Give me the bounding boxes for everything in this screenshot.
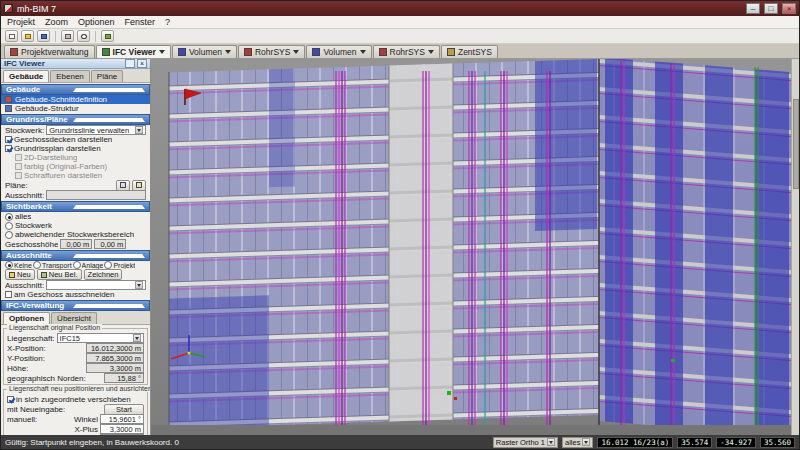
plaene-list-button[interactable] [116,180,130,191]
ausschnitt-select[interactable] [46,280,146,290]
menu-projekt[interactable]: Projekt [7,17,35,27]
tree-item-struktur[interactable]: Gebäude-Struktur [1,104,150,113]
menu-fenster[interactable]: Fenster [125,17,156,27]
tab-projektverwaltung[interactable]: Projektverwaltung [4,45,95,58]
raster-value: Raster Ortho 1 [496,438,545,447]
options-icon[interactable] [101,30,114,42]
open-folder-icon[interactable] [21,30,34,42]
chevron-down-icon[interactable] [159,50,165,54]
scrollbar-thumb[interactable] [793,99,799,189]
tab-rohrsys-1[interactable]: RohrSYS [238,45,305,58]
winkel-field[interactable]: 15,9601 ° [100,414,144,424]
section-header-gebaeude[interactable]: Gebäude [1,84,150,95]
section-header-sichtbarkeit[interactable]: Sichtbarkeit [1,201,150,212]
close-button[interactable]: × [782,3,796,14]
y-position-field[interactable]: 7.865,3000 m [86,353,144,363]
geo-norden-field[interactable]: 15,88 ° [104,373,144,383]
start-button[interactable]: Start [104,404,144,415]
chevron-down-icon[interactable] [547,438,555,446]
ausschnitt-field[interactable] [46,190,146,200]
geschosshoehe-von-field[interactable]: 0,00 m [60,239,92,249]
y-plus-label: Y-Plus [75,435,98,436]
geschossdecken-checkbox[interactable] [5,136,12,143]
tab-rohrsys-2[interactable]: RohrSYS [373,45,440,58]
farbig-checkbox[interactable] [15,163,22,170]
ifc-tab-uebersicht[interactable]: Übersicht [51,312,97,324]
tab-ifc-viewer[interactable]: IFC Viewer [96,45,171,58]
new-project-icon[interactable] [5,30,18,42]
new-free-icon [41,272,47,278]
print-icon[interactable] [61,30,74,42]
vertical-scrollbar[interactable] [791,59,799,435]
ifc-tab-optionen[interactable]: Optionen [3,312,50,324]
panel-dock-icon[interactable] [125,59,135,68]
chevron-down-icon[interactable] [133,334,141,342]
panel-close-icon[interactable]: × [137,59,147,68]
3d-viewport[interactable] [151,59,799,435]
tab-volumen-2[interactable]: Volumen [306,45,371,58]
panel-tab-ebenen[interactable]: Ebenen [50,70,90,82]
2d-darstellung-checkbox[interactable] [15,154,22,161]
window-title: mh-BIM 7 [17,4,742,14]
stockwerk-radio[interactable] [5,222,13,230]
chevron-down-icon[interactable] [428,50,434,54]
chevron-down-icon[interactable] [293,50,299,54]
ausschnitt-label: Ausschnitt: [5,191,44,200]
chevron-down-icon[interactable] [360,50,366,54]
raster-select[interactable]: Raster Ortho 1 [493,437,558,448]
filter-select[interactable]: alles [562,437,593,448]
zugeordnete-checkbox[interactable] [7,396,14,403]
abweichend-radio[interactable] [5,231,13,239]
minimize-button[interactable]: – [746,3,760,14]
panel-tab-plaene[interactable]: Pläne [91,70,123,82]
tree-item-schnittdefinition[interactable]: Gebäude-Schnittdefinition [1,95,150,104]
y-plus-field[interactable]: 3,3000 m [100,434,144,435]
x-plus-field[interactable]: 3,3000 m [100,424,144,434]
plaene-edit-button[interactable] [132,180,146,191]
panel-titlebar[interactable]: IFC Viewer × [1,59,150,69]
equipment-red [454,397,457,400]
chevron-down-icon[interactable] [225,50,231,54]
schraffuren-checkbox[interactable] [15,172,22,179]
save-icon[interactable] [37,30,50,42]
manuell-label: manuell: [7,415,37,424]
menu-zoom[interactable]: Zoom [45,17,68,27]
transport-radio[interactable] [33,261,41,269]
alles-radio[interactable] [5,213,13,221]
maximize-button[interactable]: □ [764,3,778,14]
neu-beliebig-button[interactable]: Neu Bel. [37,269,82,280]
zeichnen-button[interactable]: Zeichnen [84,269,123,280]
neu-button[interactable]: Neu [5,269,35,280]
x-coordinate: 35.574 [677,437,712,448]
keine-radio[interactable] [5,261,13,269]
zoom-icon[interactable] [77,30,90,42]
projekt-radio[interactable] [104,261,112,269]
geschoss-ausschneiden-checkbox[interactable] [5,291,12,298]
x-position-field[interactable]: 16.012,3000 m [86,343,144,353]
anlage-radio[interactable] [73,261,81,269]
menu-help[interactable]: ? [165,17,170,27]
app-window: mh-BIM 7 – □ × Projekt Zoom Optionen Fen… [0,0,800,450]
tab-label: Projektverwaltung [21,47,89,57]
neueingabe-label: mit Neueingabe: [7,405,65,414]
checkbox-label: Geschossdecken darstellen [14,135,112,144]
tab-volumen-1[interactable]: Volumen [172,45,237,58]
panel-tab-gebaeude[interactable]: Gebäude [3,70,49,82]
grundrissplan-checkbox[interactable] [5,145,12,152]
liegenschaft-select[interactable]: IFC15 [57,333,144,343]
filter-value: alles [565,438,580,447]
chevron-down-icon[interactable] [135,126,143,134]
stockwerk-select[interactable]: Grundrisslinie verwalten [46,125,146,135]
menu-optionen[interactable]: Optionen [78,17,115,27]
volumen-icon [178,48,186,56]
tab-zentsys[interactable]: ZentSYS [441,45,498,58]
section-title: Grundriss/Pläne [6,115,73,124]
section-header-ifc-verwaltung[interactable]: IFC-Verwaltung [1,300,150,311]
chevron-down-icon[interactable] [135,281,143,289]
chevron-down-icon[interactable] [582,438,590,446]
menubar: Projekt Zoom Optionen Fenster ? [1,16,799,29]
section-header-grundriss[interactable]: Grundriss/Pläne [1,114,150,125]
hoehe-field[interactable]: 3,3000 m [86,363,144,373]
geschosshoehe-bis-field[interactable]: 0,00 m [94,239,126,249]
section-header-ausschnitte[interactable]: Ausschnitte [1,250,150,261]
